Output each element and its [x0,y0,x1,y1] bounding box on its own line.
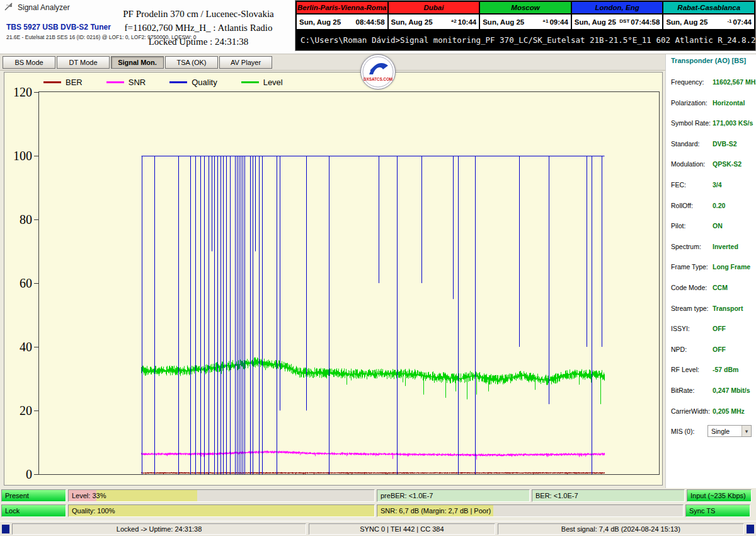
legend-item-snr: SNR [106,78,146,87]
frequency-title: f=11602,760 MHz_H_ : Atlantis Radio [94,21,302,35]
param-value: 0.20 [713,202,725,209]
param-row-frame-type: Frame Type:Long Frame [671,263,755,284]
param-row-polarization: Polarization:Horizontal [671,99,755,120]
bar-fill-segment [96,490,197,501]
y-axis-label: 100 [4,149,32,163]
status-level-33: Level: 33% [68,489,375,502]
y-axis-label: 120 [4,85,32,99]
clock-city-label: Moscow [480,2,571,13]
param-row-mis-0: MIS (0):Single▾ [671,428,755,448]
param-label: Stream type: [671,305,709,312]
param-label: Code Mode: [671,284,707,291]
legend-label: Quality [192,78,217,87]
status-row-2: LockQuality: 100%SNR: 6,7 dB (Margin: 2,… [1,504,755,517]
clock-utc-offset: +2 [451,18,457,24]
transponder-sidebar: Transponder (AO) [BS] Frequency:11602,56… [665,54,756,488]
y-axis-label: 0 [4,467,32,481]
mis-select-value: Single [711,428,730,435]
status-lock: Lock [1,504,66,517]
status-present: Present [1,489,66,502]
clock-time: 07:44 [733,18,752,26]
param-value: CCM [713,284,728,291]
param-value: DVB-S2 [713,140,737,148]
clock-city-label: Berlin-Paris-Vienna-Roma [297,2,387,13]
y-axis-tick [34,283,38,284]
status-indicator-rows: PresentLevel: 33%preBER: <1.0E-7BER: <1.… [1,489,755,520]
param-label: Pilot: [671,222,685,230]
clock-datetime: Sun, Aug 25DST07:44:58 [572,15,663,29]
clock-city-label: Dubai [389,2,479,13]
param-label: CarrierWidth: [671,407,710,415]
y-axis-label: 60 [4,276,32,290]
console-line: C:\Users\Roman Dávid>Signal monitoring_P… [295,30,755,49]
legend-item-quality: Quality [169,78,217,87]
legend-label: Level [263,78,283,87]
legend-swatch-ber [43,81,61,83]
transponder-fields: Frequency:11602,567 MHzPolarization:Hori… [671,78,755,448]
tab-dt-mode[interactable]: DT Mode [57,56,110,69]
param-value: -57 dBm [713,366,738,373]
world-clocks: Berlin-Paris-Vienna-RomaSun, Aug 2508:44… [295,1,755,30]
status-label: Level: 33% [72,492,106,499]
app-icon [4,1,14,14]
status-label: Quality: 100% [72,507,115,515]
mis-select[interactable]: Single▾ [707,425,752,437]
dxsatcs-logo: DXSATCS.COM [360,54,396,90]
statusbar-uptime: Locked -> Uptime: 24:31:38 [12,523,306,535]
statusbar: Locked -> Uptime: 24:31:38 SYNC 0 | TEI … [0,521,756,536]
param-row-bitrate: BitRate:0,247 Mbit/s [671,387,755,407]
param-row-spectrum: Spectrum:Inverted [671,243,755,264]
chevron-down-icon: ▾ [742,426,751,436]
tab-tsa-ok[interactable]: TSA (OK) [165,56,218,69]
tab-signal-mon[interactable]: Signal Mon. [111,56,164,69]
world-clock-panel: Berlin-Paris-Vienna-RomaSun, Aug 2508:44… [295,0,756,51]
status-label: preBER: <1.0E-7 [381,492,433,499]
clock-utc-offset: +1 [542,18,548,24]
legend-label: SNR [129,78,146,87]
legend-item-ber: BER [43,78,83,87]
clock-date: Sun, Aug 25 [391,18,433,26]
clock-time-group: 08:44:58 [356,18,385,26]
param-value: OFF [713,325,726,332]
clock-date: Sun, Aug 25 [666,18,707,26]
tab-av-player[interactable]: AV Player [219,56,272,69]
param-label: ISSYI: [671,325,690,332]
statusbar-left-cap [2,525,9,533]
param-value: Inverted [713,243,738,250]
param-row-issyi: ISSYI:OFF [671,325,755,346]
status-sync-ts: Sync TS [685,504,750,517]
param-value: ON [713,222,723,230]
param-row-fec: FEC:3/4 [671,181,755,202]
legend-swatch-level [241,81,259,83]
signal-chart-panel: BERSNRQualityLevel 020406080100120 [4,72,663,486]
param-row-modulation: Modulation:QPSK-S2 [671,160,755,181]
dxsatcs-logo-text: DXSATCS.COM [364,77,392,81]
legend-label: BER [66,78,83,87]
status-label: SNR: 6,7 dB (Margin: 2,7 dB | Poor) [381,507,491,515]
param-label: Modulation: [671,160,705,168]
clock-column-dubai: DubaiSun, Aug 25+210:44 [389,2,479,29]
locked-uptime-title: Locked Uptime : 24:31:38 [94,35,302,49]
tab-bs-mode[interactable]: BS Mode [3,56,55,69]
clock-datetime: Sun, Aug 25+109:44 [480,15,571,29]
param-value: 171,003 KS/s [713,119,753,127]
clock-time: 09:44 [549,18,568,26]
clock-time: 08:44:58 [356,18,385,26]
param-label: Frequency: [671,78,704,86]
clock-date: Sun, Aug 25 [483,18,524,26]
statusbar-sync-counters: SYNC 0 | TEI 442 | CC 384 [309,523,495,535]
clock-time-group: DST07:44:58 [619,18,660,26]
status-input-235-kbps: Input (~235 Kbps) [687,489,752,502]
y-axis-tick [34,156,38,156]
clock-time-group: +109:44 [542,18,568,26]
y-axis-tick [34,347,38,347]
param-label: MIS (0): [671,428,694,435]
clock-column-berlin-paris-vienna-roma: Berlin-Paris-Vienna-RomaSun, Aug 2508:44… [297,2,387,29]
status-label: Sync TS [689,507,715,515]
signal-chart-canvas [39,92,659,474]
param-label: Standard: [671,140,700,148]
param-label: NPD: [671,346,687,353]
clock-city-label: London, Eng [572,2,663,13]
status-label: BER: <1.0E-7 [536,492,578,499]
y-axis-tick [34,411,38,411]
